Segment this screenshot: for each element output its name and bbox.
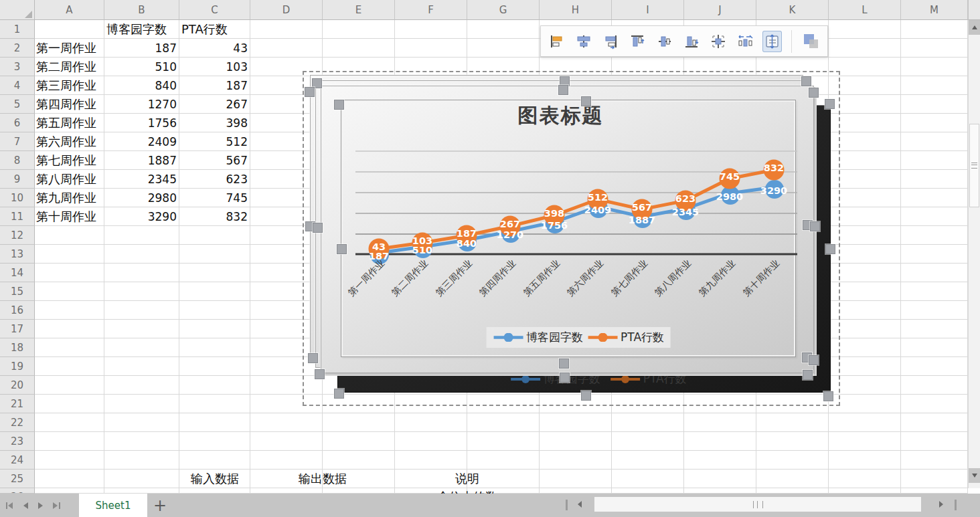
cell-E17[interactable] [323, 320, 395, 338]
cell-K25[interactable] [756, 470, 829, 488]
cell-L26[interactable] [829, 488, 901, 494]
sheet-tab-sheet1[interactable]: Sheet1 [79, 494, 147, 517]
cell-F15[interactable] [395, 282, 467, 301]
cell-F18[interactable] [395, 338, 467, 357]
cell-L1[interactable] [829, 20, 901, 39]
cell-L24[interactable] [829, 451, 901, 470]
cell-J21[interactable] [684, 395, 756, 413]
cell-B8[interactable]: 1887 [106, 151, 177, 170]
hscroll-split-handle-left[interactable] [566, 500, 568, 510]
cell-C17[interactable] [179, 320, 250, 338]
cell-C22[interactable] [179, 413, 250, 432]
cell-H8[interactable] [540, 151, 612, 170]
cell-E4[interactable] [323, 76, 395, 95]
cell-M21[interactable] [901, 395, 968, 413]
cell-I17[interactable] [612, 320, 684, 338]
cell-F5[interactable] [395, 95, 467, 114]
cell-J23[interactable] [684, 432, 756, 451]
cell-L3[interactable] [829, 58, 901, 76]
cell-I15[interactable] [612, 282, 684, 301]
select-all-corner[interactable] [0, 0, 35, 20]
cell-L21[interactable] [829, 395, 901, 413]
column-header-L[interactable]: L [829, 0, 901, 20]
cell-D16[interactable] [250, 301, 323, 320]
cell-H23[interactable] [540, 432, 612, 451]
row-header-24[interactable]: 24 [0, 451, 35, 470]
row-header-4[interactable]: 4 [0, 76, 35, 95]
cell-D6[interactable] [250, 114, 323, 132]
cell-B22[interactable] [104, 413, 179, 432]
cell-D25-output-data[interactable]: 输出数据 [250, 470, 395, 488]
cell-L5[interactable] [829, 95, 901, 114]
cell-A10[interactable]: 第九周作业 [36, 189, 104, 207]
cell-J4[interactable] [684, 76, 756, 95]
cell-K26[interactable] [756, 488, 829, 494]
cell-M6[interactable] [901, 114, 968, 132]
cell-D23[interactable] [250, 432, 323, 451]
cell-D3[interactable] [250, 58, 323, 76]
row-header-3[interactable]: 3 [0, 58, 35, 76]
cell-G7[interactable] [467, 132, 540, 151]
cell-F24[interactable] [395, 451, 467, 470]
cell-L7[interactable] [829, 132, 901, 151]
center-in-page-button[interactable] [709, 31, 727, 51]
cell-L13[interactable] [829, 245, 901, 264]
row-header-9[interactable]: 9 [0, 170, 35, 189]
cell-C19[interactable] [179, 357, 250, 376]
distribute-vertical-button[interactable] [763, 31, 781, 51]
cell-D17[interactable] [250, 320, 323, 338]
row-header-5[interactable]: 5 [0, 95, 35, 114]
cell-A22[interactable] [35, 413, 104, 432]
cell-A13[interactable] [35, 245, 104, 264]
cell-K8[interactable] [756, 151, 829, 170]
cell-J25[interactable] [684, 470, 756, 488]
cell-F11[interactable] [395, 207, 467, 226]
cell-G14[interactable] [467, 264, 540, 282]
cell-K5[interactable] [756, 95, 829, 114]
column-header-H[interactable]: H [540, 0, 612, 20]
cell-I19[interactable] [612, 357, 684, 376]
cell-M24[interactable] [901, 451, 968, 470]
column-header-D[interactable]: D [250, 0, 323, 20]
cell-J17[interactable] [684, 320, 756, 338]
row-header-22[interactable]: 22 [0, 413, 35, 432]
cell-A11[interactable]: 第十周作业 [36, 207, 104, 226]
align-left-button[interactable] [548, 31, 566, 51]
cell-M10[interactable] [901, 189, 968, 207]
cell-F16[interactable] [395, 301, 467, 320]
cell-D21[interactable] [250, 395, 323, 413]
cell-I3[interactable] [612, 58, 684, 76]
cell-B10[interactable]: 2980 [106, 189, 177, 207]
cell-B4[interactable]: 840 [106, 76, 177, 95]
cell-E10[interactable] [323, 189, 395, 207]
cell-H21[interactable] [540, 395, 612, 413]
cell-J6[interactable] [684, 114, 756, 132]
row-header-7[interactable]: 7 [0, 132, 35, 151]
cell-A16[interactable] [35, 301, 104, 320]
align-center-horizontal-button[interactable] [574, 31, 592, 51]
cell-M23[interactable] [901, 432, 968, 451]
cell-L19[interactable] [829, 357, 901, 376]
cell-J11[interactable] [684, 207, 756, 226]
cell-L18[interactable] [829, 338, 901, 357]
cell-C3[interactable]: 103 [181, 58, 248, 76]
cell-C5[interactable]: 267 [181, 95, 248, 114]
column-header-G[interactable]: G [467, 0, 540, 20]
cell-G6[interactable] [467, 114, 540, 132]
cell-B6[interactable]: 1756 [106, 114, 177, 132]
cell-I16[interactable] [612, 301, 684, 320]
cell-C25-input-data[interactable]: 输入数据 [179, 470, 250, 488]
cell-J9[interactable] [684, 170, 756, 189]
cell-M17[interactable] [901, 320, 968, 338]
row-header-23[interactable]: 23 [0, 432, 35, 451]
cell-L15[interactable] [829, 282, 901, 301]
cell-E16[interactable] [323, 301, 395, 320]
row-header-11[interactable]: 11 [0, 207, 35, 226]
selection-handle[interactable] [559, 358, 569, 369]
column-header-K[interactable]: K [756, 0, 829, 20]
cell-H10[interactable] [540, 189, 612, 207]
cell-I10[interactable] [612, 189, 684, 207]
cell-G4[interactable] [467, 76, 540, 95]
cell-row26-partial[interactable]: 个位上的数 [395, 488, 540, 494]
cell-J24[interactable] [684, 451, 756, 470]
